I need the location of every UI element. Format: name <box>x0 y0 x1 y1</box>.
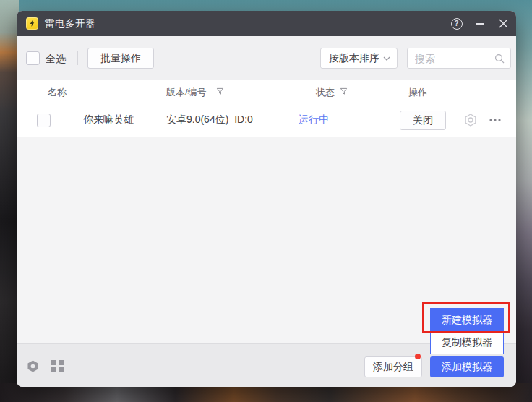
emulator-name: 你来嘛英雄 <box>83 114 134 127</box>
search-input[interactable] <box>415 49 491 67</box>
add-emulator-button[interactable]: 添加模拟器 <box>430 356 504 377</box>
chevron-down-icon <box>383 56 390 61</box>
row-ops-divider <box>455 114 455 127</box>
close-button[interactable] <box>497 17 510 30</box>
table-row: 你来嘛英雄 安卓9.0(64位) ID:0 运行中 关闭 <box>17 103 516 137</box>
search-icon <box>494 54 505 64</box>
column-header-operations: 操作 <box>408 86 427 99</box>
question-mark-icon: ? <box>451 18 463 30</box>
select-all-label: 全选 <box>46 53 66 66</box>
toolbar: 全选 批量操作 按版本排序 <box>17 36 516 80</box>
grid-view-icon[interactable] <box>51 360 64 375</box>
emulator-version: 安卓9.0(64位) ID:0 <box>166 114 253 127</box>
minimize-icon <box>476 23 484 25</box>
more-actions-icon[interactable] <box>488 113 502 129</box>
version-filter-icon[interactable] <box>216 87 224 95</box>
titlebar: 雷电多开器 ? <box>17 11 516 36</box>
menu-item-copy-emulator[interactable]: 复制模拟器 <box>431 331 503 354</box>
row-checkbox[interactable] <box>37 114 51 127</box>
column-header-status: 状态 <box>316 86 335 99</box>
help-button[interactable]: ? <box>450 17 463 30</box>
add-group-button[interactable]: 添加分组 <box>364 356 422 377</box>
ldplayer-multi-manager-window: 雷电多开器 ? 全选 批量操作 按版本排序 <box>17 11 516 387</box>
notification-dot <box>415 354 421 359</box>
close-icon <box>499 19 508 28</box>
toolbar-divider <box>77 51 78 65</box>
app-logo-lightning-icon <box>26 17 38 30</box>
stop-emulator-button[interactable]: 关闭 <box>400 111 446 130</box>
desktop-wallpaper: 雷电多开器 ? 全选 批量操作 按版本排序 <box>0 0 532 402</box>
status-badge: 运行中 <box>299 114 329 127</box>
batch-operations-button[interactable]: 批量操作 <box>87 48 154 69</box>
column-header-version: 版本/编号 <box>166 86 207 99</box>
menu-item-new-emulator[interactable]: 新建模拟器 <box>431 309 503 331</box>
select-all-checkbox[interactable] <box>26 51 40 65</box>
sort-by-version-dropdown[interactable]: 按版本排序 <box>320 48 398 69</box>
column-header-name: 名称 <box>48 86 66 99</box>
window-title: 雷电多开器 <box>45 17 95 30</box>
minimize-button[interactable] <box>473 17 486 30</box>
search-box <box>407 48 511 69</box>
row-settings-gear-icon[interactable] <box>463 113 478 129</box>
sort-dropdown-value: 按版本排序 <box>329 52 379 65</box>
table-header-row: 名称 版本/编号 状态 操作 <box>17 80 516 103</box>
add-emulator-popup-menu: 新建模拟器 复制模拟器 <box>430 308 504 354</box>
settings-gear-icon[interactable] <box>26 359 40 375</box>
status-filter-icon[interactable] <box>340 87 348 95</box>
